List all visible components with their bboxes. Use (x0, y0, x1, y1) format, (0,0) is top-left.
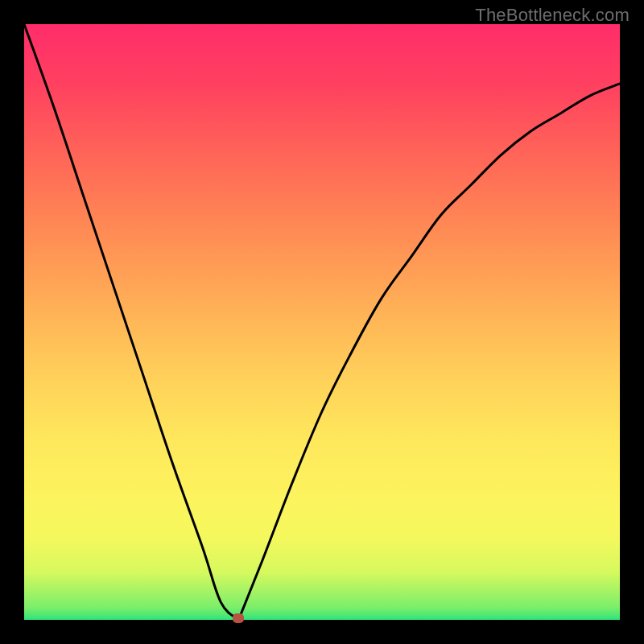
chart-plot-area (24, 24, 620, 620)
bottleneck-curve (24, 24, 620, 620)
watermark-text: TheBottleneck.com (475, 5, 630, 26)
chart-frame: TheBottleneck.com (0, 0, 644, 644)
min-marker (233, 613, 244, 623)
curve-path (24, 24, 620, 620)
